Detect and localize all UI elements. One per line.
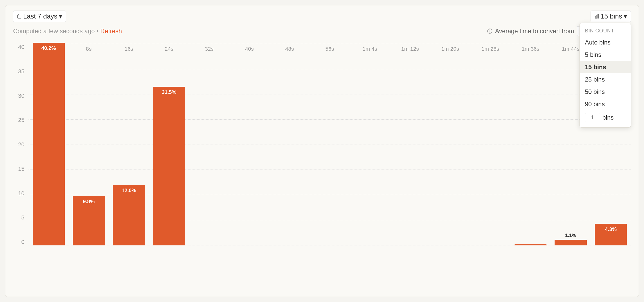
bar-chart-icon [594, 14, 599, 19]
bars-area: 40.2%9.8%12.0%31.5%1.1%4.3% [29, 44, 631, 245]
toolbar-left: Last 7 days ▾ [13, 11, 66, 22]
bar-group-2: 12.0% [109, 44, 149, 245]
computed-text: Computed a few seconds ago [13, 28, 95, 34]
dropdown-custom-row: bins [580, 110, 631, 125]
y-label-40: 40 [18, 44, 24, 50]
bar-label-2: 12.0% [122, 188, 136, 193]
bar-group-8 [350, 44, 390, 245]
dropdown-item-5[interactable]: 5 bins [580, 49, 631, 61]
y-label-25: 25 [18, 117, 24, 123]
bar-3[interactable]: 31.5% [153, 87, 185, 245]
bar-group-5 [229, 44, 269, 245]
bar-group-1: 9.8% [69, 44, 109, 245]
chart-container: Last 7 days ▾ 15 bins ▾ Bin Count Auto b… [5, 5, 639, 297]
avg-label: Average time to convert from [495, 28, 574, 35]
svg-rect-5 [596, 15, 597, 18]
subtitle-bar: Computed a few seconds ago • Refresh i A… [13, 26, 631, 36]
date-range-button[interactable]: Last 7 days ▾ [13, 11, 66, 22]
bar-14[interactable]: 4.3% [595, 224, 627, 245]
dropdown-item-25[interactable]: 25 bins [580, 73, 631, 86]
bar-group-10 [430, 44, 470, 245]
bar-group-9 [390, 44, 430, 245]
chart-area: 40 35 30 25 20 15 10 5 0 40.2%9.8%12.0%3… [13, 44, 631, 255]
bins-dropdown: Bin Count Auto bins 5 bins 15 bins 25 bi… [579, 23, 631, 128]
bar-group-7 [310, 44, 350, 245]
y-label-20: 20 [18, 141, 24, 148]
y-axis: 40 35 30 25 20 15 10 5 0 [13, 44, 29, 255]
y-label-0: 0 [21, 239, 24, 245]
y-label-5: 5 [21, 214, 24, 221]
y-label-30: 30 [18, 93, 24, 99]
bar-group-6 [270, 44, 310, 245]
toolbar-right: 15 bins ▾ Bin Count Auto bins 5 bins 15 … [591, 11, 631, 22]
bins-button[interactable]: 15 bins ▾ [591, 11, 631, 22]
custom-bins-input[interactable] [585, 113, 600, 122]
dot-separator: • [96, 28, 98, 34]
y-label-35: 35 [18, 68, 24, 75]
svg-rect-6 [598, 14, 599, 18]
y-label-15: 15 [18, 166, 24, 172]
dropdown-item-15[interactable]: 15 bins [580, 61, 631, 73]
bar-group-3: 31.5% [149, 44, 189, 245]
bar-12[interactable] [514, 244, 547, 245]
bar-label-14: 4.3% [605, 226, 617, 232]
bar-label-0: 40.2% [41, 45, 56, 51]
bar-label-3: 31.5% [162, 89, 177, 95]
dropdown-item-50[interactable]: 50 bins [580, 86, 631, 98]
info-icon: i [487, 29, 492, 34]
toolbar: Last 7 days ▾ 15 bins ▾ Bin Count Auto b… [13, 11, 631, 22]
dropdown-item-auto[interactable]: Auto bins [580, 36, 631, 49]
bar-group-0: 40.2% [29, 44, 69, 245]
bar-2[interactable]: 12.0% [113, 185, 145, 245]
dropdown-header: Bin Count [580, 26, 631, 36]
bar-0[interactable]: 40.2% [33, 43, 65, 245]
bar-group-4 [189, 44, 229, 245]
svg-rect-4 [595, 16, 596, 18]
bar-13[interactable]: 1.1% [555, 240, 587, 245]
date-range-label: Last 7 days [23, 12, 57, 20]
chevron-down-icon: ▾ [59, 12, 62, 20]
refresh-link[interactable]: Refresh [100, 28, 122, 34]
y-label-10: 10 [18, 190, 24, 197]
custom-bins-label: bins [602, 114, 614, 121]
svg-rect-0 [17, 15, 21, 18]
bar-group-11 [470, 44, 510, 245]
bins-label: 15 bins [601, 12, 622, 20]
bar-label-1: 9.8% [83, 199, 95, 205]
chart-body: 40.2%9.8%12.0%31.5%1.1%4.3% 0s8s16s24s32… [29, 44, 631, 255]
chevron-down-icon-bins: ▾ [624, 12, 627, 20]
bar-group-12 [510, 44, 550, 245]
bar-1[interactable]: 9.8% [73, 196, 105, 245]
dropdown-item-90[interactable]: 90 bins [580, 98, 631, 110]
bar-label-13: 1.1% [565, 233, 576, 238]
computed-section: Computed a few seconds ago • Refresh [13, 28, 122, 35]
calendar-icon [17, 14, 22, 19]
